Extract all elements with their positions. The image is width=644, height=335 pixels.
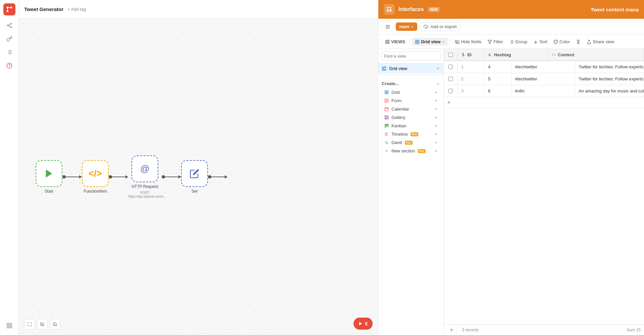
- sidebar-icon-workflow[interactable]: [3, 19, 15, 31]
- table-area: ID A Hashtag Content 1: [444, 49, 644, 335]
- create-newsection-add[interactable]: +: [435, 148, 437, 153]
- connector-2: [109, 175, 128, 179]
- views-btn[interactable]: VIEWS: [382, 38, 408, 46]
- footer-add-btn[interactable]: +: [447, 325, 457, 335]
- grid-view-item-label: Grid view: [389, 66, 407, 71]
- table-footer: + 3 records Sum 15: [444, 324, 644, 335]
- create-gallery-add[interactable]: +: [435, 115, 437, 120]
- create-item-kanban[interactable]: Kanban +: [382, 122, 440, 130]
- share-view-btn[interactable]: Share view: [584, 38, 617, 46]
- svg-rect-82: [386, 124, 387, 126]
- find-view-input[interactable]: [381, 52, 441, 61]
- create-form-add[interactable]: +: [435, 98, 437, 103]
- th-checkbox[interactable]: [444, 49, 458, 60]
- create-item-grid[interactable]: Grid +: [382, 88, 440, 96]
- td-check-3[interactable]: [444, 85, 458, 97]
- svg-rect-20: [7, 326, 9, 328]
- create-calendar-add[interactable]: +: [435, 107, 437, 112]
- td-row-num-1: 1: [458, 61, 485, 73]
- table-row[interactable]: 3 6 #n8n An amazing day for music and cu…: [444, 85, 644, 97]
- th-content[interactable]: Content: [548, 49, 644, 60]
- th-content-label: Content: [558, 52, 574, 57]
- svg-rect-41: [386, 42, 387, 44]
- svg-rect-43: [416, 40, 417, 41]
- color-btn[interactable]: Color: [551, 38, 573, 46]
- sidebar-icon-credentials[interactable]: [3, 33, 15, 45]
- svg-point-5: [7, 25, 8, 26]
- svg-point-57: [557, 41, 557, 42]
- create-item-calendar[interactable]: Calendar +: [382, 105, 440, 113]
- create-item-form[interactable]: Form +: [382, 96, 440, 105]
- row-checkbox-3[interactable]: [448, 89, 453, 93]
- main-tab[interactable]: main: [396, 22, 417, 31]
- grid-view-btn[interactable]: Grid view: [412, 38, 448, 46]
- connector-arrow-4: [225, 175, 227, 179]
- sidebar-icon-help[interactable]: [3, 60, 15, 72]
- svg-rect-18: [7, 323, 9, 325]
- th-hashtag[interactable]: A Hashtag: [485, 49, 548, 60]
- node-set-box[interactable]: [181, 160, 208, 187]
- node-http-sublabel: POST: https://api.openai.com/v...: [128, 191, 162, 198]
- svg-rect-45: [416, 42, 417, 44]
- add-row-btn[interactable]: +: [444, 97, 644, 109]
- td-check-2[interactable]: [444, 73, 458, 85]
- grid-view-label: Grid view: [421, 39, 441, 44]
- connector-dot-4: [208, 175, 211, 179]
- td-check-1[interactable]: [444, 61, 458, 73]
- table-row[interactable]: 2 5 #techtwitter Twitter for techies: Fo…: [444, 73, 644, 85]
- create-header[interactable]: Create...: [382, 79, 440, 88]
- node-http[interactable]: @ HTTP Request POST: https://api.openai.…: [128, 155, 162, 198]
- node-set[interactable]: Set: [181, 160, 208, 194]
- table-row[interactable]: 1 4 #techtwitter Twitter for techies: Fo…: [444, 61, 644, 73]
- sidebar-icon-executions[interactable]: [3, 46, 15, 58]
- connector-line: [66, 177, 79, 177]
- create-grid-label: Grid: [391, 90, 400, 95]
- header-checkbox[interactable]: [448, 53, 453, 57]
- view-item-grid[interactable]: Grid view ✓: [378, 64, 443, 73]
- table-content: Grid view ✓ Create... Grid +: [378, 49, 644, 335]
- connector-3: [162, 175, 181, 179]
- node-start-box[interactable]: [36, 160, 62, 187]
- workflow-canvas[interactable]: Start </> FunctionItem: [19, 19, 378, 335]
- add-import-btn[interactable]: Add or import: [420, 22, 460, 31]
- th-id-label: ID: [467, 52, 472, 57]
- hide-fields-btn[interactable]: Hide fields: [452, 38, 484, 46]
- svg-rect-31: [387, 7, 388, 8]
- create-newsection-label: New section: [391, 148, 415, 153]
- row-checkbox-1[interactable]: [448, 65, 453, 69]
- node-functionitem-box[interactable]: </>: [82, 160, 109, 187]
- node-start[interactable]: Start: [36, 160, 62, 194]
- app-logo[interactable]: [3, 3, 15, 15]
- view-divider-1: [410, 39, 410, 45]
- zoom-in-btn[interactable]: [37, 319, 48, 330]
- create-grid-add[interactable]: +: [435, 90, 437, 95]
- create-item-timeline[interactable]: Timeline Pro +: [382, 130, 440, 138]
- th-id[interactable]: ID: [458, 49, 485, 60]
- add-tag-btn[interactable]: + Add tag: [67, 7, 86, 12]
- sidebar-icon-templates[interactable]: [3, 320, 15, 332]
- create-item-gallery[interactable]: Gallery +: [382, 113, 440, 122]
- sort-btn[interactable]: Sort: [531, 38, 550, 46]
- create-kanban-add[interactable]: +: [435, 123, 437, 128]
- connector-dot-2: [109, 175, 112, 179]
- node-http-box[interactable]: @: [131, 155, 158, 182]
- hamburger-menu-btn[interactable]: [382, 21, 393, 32]
- svg-rect-83: [387, 124, 388, 127]
- create-item-newsection[interactable]: New section Pro +: [382, 147, 440, 155]
- create-gantt-add[interactable]: +: [435, 140, 437, 145]
- create-timeline-add[interactable]: +: [435, 132, 437, 137]
- execute-btn[interactable]: E: [354, 318, 373, 330]
- zoom-fit-btn[interactable]: [24, 319, 35, 330]
- interfaces-badge: NEW: [428, 7, 440, 12]
- zoom-out-btn[interactable]: [50, 319, 60, 330]
- filter-btn[interactable]: Filter: [485, 38, 506, 46]
- node-http-label: HTTP Request: [131, 184, 158, 189]
- footer-sum: Sum 15: [627, 328, 641, 332]
- svg-rect-71: [387, 93, 388, 94]
- node-functionitem[interactable]: </> FunctionItem: [82, 160, 109, 194]
- svg-rect-34: [390, 9, 391, 12]
- row-height-btn[interactable]: [573, 38, 583, 46]
- create-item-gantt[interactable]: Gantt Pro +: [382, 138, 440, 147]
- group-btn[interactable]: Group: [506, 38, 530, 46]
- row-checkbox-2[interactable]: [448, 77, 453, 81]
